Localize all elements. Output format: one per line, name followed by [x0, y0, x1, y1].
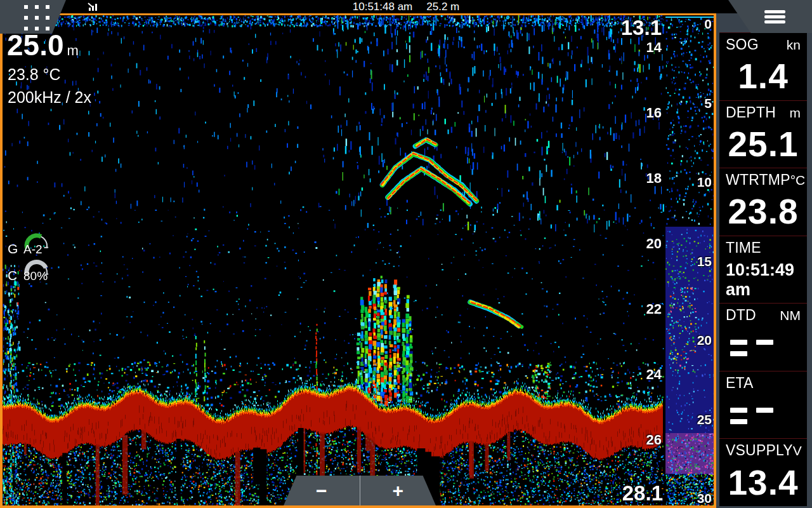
instrument-time[interactable]: TIME10:51:49 am [719, 236, 807, 304]
instrument-value: 1.4 [738, 59, 788, 94]
ascope-tick: 15 [697, 254, 712, 269]
ascope-tick: 25 [697, 412, 712, 427]
depth-tick: 14 [646, 39, 662, 56]
sonar-panel: 25.0m 23.8 °C 200kHz / 2x G A-2 C 80% 13… [0, 13, 716, 508]
instrument-label: TIME [726, 239, 761, 257]
frequency-mode-readout: 200kHz / 2x [8, 88, 91, 107]
status-text: 10:51:48 am 25.2 m [0, 0, 812, 13]
hamburger-icon [764, 10, 785, 25]
ascope-tick: 20 [697, 333, 712, 348]
instrument-value [726, 404, 801, 427]
color-gauge-label: C [8, 268, 17, 283]
instrument-sidebar: SOGkn1.4DEPTHm25.1WTRTMP°C23.8TIME10:51:… [716, 0, 812, 508]
gain-gauge-label: G [8, 241, 18, 257]
depth-readout: 25.0m [7, 30, 79, 60]
depth-tick: 20 [646, 236, 662, 252]
instrument-label: VSUPPLY [726, 442, 793, 459]
instrument-sog[interactable]: SOGkn1.4 [719, 32, 807, 100]
instrument-list: SOGkn1.4DEPTHm25.1WTRTMP°C23.8TIME10:51:… [719, 32, 807, 506]
ascope-tick: 30 [697, 491, 712, 506]
instrument-label: ETA [726, 375, 754, 392]
status-time: 10:51:48 am [353, 1, 413, 13]
instrument-value: 25.1 [728, 127, 798, 162]
depth-readout-unit: m [67, 43, 79, 58]
status-depth: 25.2 m [426, 1, 459, 13]
instrument-label: WTRTMP [726, 171, 790, 189]
zoom-controls: − + [284, 476, 436, 505]
grid-apps-icon [24, 5, 49, 30]
instrument-value: 10:51:49 am [726, 260, 801, 300]
instrument-value: 13.4 [728, 465, 798, 500]
instrument-value [726, 336, 801, 359]
instrument-unit: kn [787, 37, 801, 53]
range-bottom-label: 28.1 [622, 481, 663, 505]
instrument-label: DTD [726, 307, 756, 324]
instrument-depth[interactable]: DEPTHm25.1 [719, 100, 807, 168]
instrument-label: DEPTH [726, 104, 776, 121]
ascope-tick: 0 [704, 17, 712, 32]
chartplotter-screen: 10:51:48 am 25.2 m 25.0m 23.8 °C 200kHz … [0, 0, 812, 508]
depth-tick: 22 [646, 301, 662, 318]
instrument-value: 23.8 [728, 194, 798, 229]
instrument-wtrtmp[interactable]: WTRTMP°C23.8 [719, 168, 807, 236]
instrument-dtd[interactable]: DTDNM [719, 303, 807, 371]
sonar-view[interactable] [3, 15, 714, 505]
depth-tick: 24 [646, 366, 662, 383]
instrument-unit: V [793, 443, 802, 458]
gain-gauge-value: A-2 [23, 243, 43, 257]
zoom-in-button[interactable]: + [360, 476, 436, 505]
instrument-unit: NM [780, 308, 801, 323]
range-top-label: 13.1 [621, 16, 662, 40]
depth-tick: 16 [646, 105, 662, 121]
instrument-unit: m [790, 105, 801, 121]
color-gauge: C 80% [8, 256, 61, 284]
top-status-bar: 10:51:48 am 25.2 m [0, 0, 812, 13]
ascope-tick: 5 [704, 96, 712, 111]
color-gauge-value: 80% [23, 269, 48, 283]
depth-tick: 26 [646, 432, 662, 448]
instrument-vsupply[interactable]: VSUPPLYV13.4 [719, 438, 807, 506]
gain-gauge: G A-2 [8, 229, 61, 257]
no-signal-icon [88, 2, 98, 11]
instrument-eta[interactable]: ETA [719, 371, 807, 439]
instrument-label: SOG [726, 36, 759, 53]
depth-tick: 18 [646, 170, 662, 187]
water-temp-readout: 23.8 °C [8, 65, 61, 84]
ascope-tick: 10 [697, 175, 712, 190]
instrument-unit: °C [790, 173, 806, 188]
zoom-out-button[interactable]: − [284, 476, 360, 505]
